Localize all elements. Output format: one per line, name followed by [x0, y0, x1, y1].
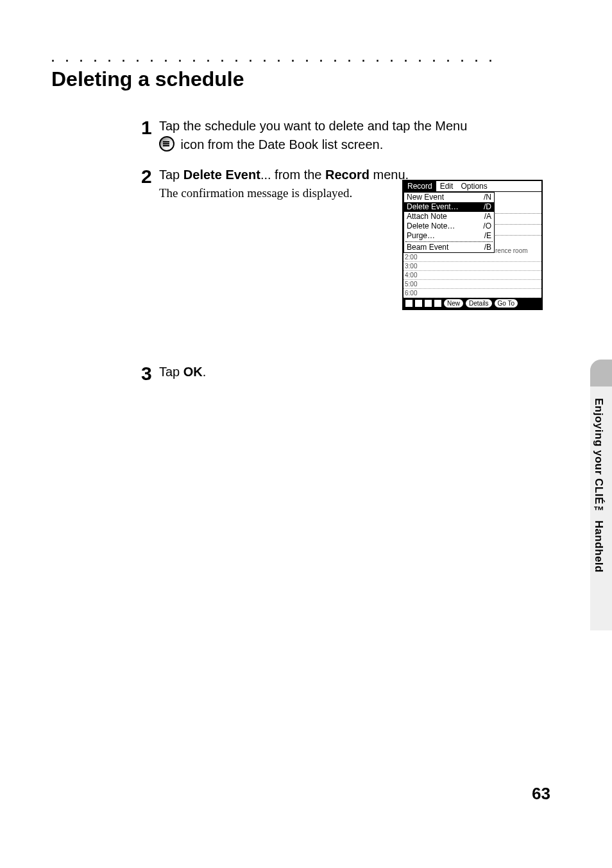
dd-shortcut: /D	[484, 202, 491, 212]
goto-button[interactable]: Go To	[495, 299, 518, 308]
dd-shortcut: /O	[483, 221, 491, 231]
t-bold: Record	[325, 168, 370, 182]
right-line	[495, 203, 541, 214]
menubar: Record Edit Options	[404, 181, 541, 192]
dd-purge[interactable]: Purge…/E	[404, 231, 494, 241]
t-bold: OK	[183, 365, 203, 379]
dd-label: Attach Note	[407, 212, 447, 221]
step-1-text-b: icon from the Date Book list screen.	[181, 137, 384, 152]
step-3: 3 Tap OK.	[141, 363, 561, 382]
right-pane: rence room	[494, 203, 541, 256]
chapter-tab: Enjoying your CLIÉ™ Handheld	[590, 360, 612, 642]
time-row: 3:00	[404, 262, 541, 271]
step-1: 1 Tap the schedule you want to delete an…	[141, 117, 561, 154]
t: Tap	[159, 365, 183, 379]
dd-shortcut: /B	[484, 243, 491, 252]
dot-rule: . . . . . . . . . . . . . . . . . . . . …	[51, 51, 500, 65]
view-day-icon[interactable]	[405, 300, 412, 307]
dd-label: Beam Event	[407, 243, 448, 252]
page-number: 63	[532, 784, 550, 804]
new-button[interactable]: New	[444, 299, 463, 308]
record-dropdown: New Event/N Delete Event…/D Attach Note/…	[404, 192, 495, 253]
time-row: 5:00	[404, 280, 541, 289]
palm-screenshot: Record Edit Options New Event/N Delete E…	[402, 180, 543, 310]
dd-delete-note[interactable]: Delete Note…/O	[404, 221, 494, 231]
dd-attach-note[interactable]: Attach Note/A	[404, 212, 494, 221]
tab-cap	[590, 360, 612, 386]
step-num: 1	[141, 118, 159, 137]
step-num: 3	[141, 364, 159, 383]
dd-label: Delete Event…	[407, 202, 459, 212]
dd-shortcut: /N	[484, 193, 491, 202]
step-num: 2	[141, 167, 159, 186]
t: Tap	[159, 168, 183, 182]
right-line	[495, 214, 541, 225]
right-line	[495, 225, 541, 236]
dd-separator	[405, 241, 493, 242]
dd-label: Purge…	[407, 231, 435, 241]
t: ... from the	[260, 168, 325, 182]
view-month-icon[interactable]	[425, 300, 432, 307]
page-heading: Deleting a schedule	[51, 67, 561, 91]
step-body: Tap the schedule you want to delete and …	[159, 117, 561, 154]
footer-bar: New Details Go To	[404, 298, 541, 309]
view-week-icon[interactable]	[415, 300, 422, 307]
time-lines: 2:00 3:00 4:00 5:00 6:00	[404, 253, 541, 298]
dd-shortcut: /A	[484, 212, 491, 221]
step-1-text-a: Tap the schedule you want to delete and …	[159, 119, 467, 133]
tab-record[interactable]: Record	[404, 181, 436, 191]
right-line	[495, 236, 541, 246]
step-body: Tap OK.	[159, 363, 561, 381]
dd-label: Delete Note…	[407, 221, 455, 231]
time-row: 4:00	[404, 271, 541, 280]
dd-label: New Event	[407, 193, 444, 202]
right-line: rence room	[495, 246, 541, 256]
t: .	[203, 365, 207, 379]
dd-beam-event[interactable]: Beam Event/B	[404, 243, 494, 252]
time-row: 6:00	[404, 289, 541, 298]
dd-delete-event[interactable]: Delete Event…/D	[404, 202, 494, 212]
t-bold: Delete Event	[183, 168, 260, 182]
tab-label: Enjoying your CLIÉ™ Handheld	[592, 398, 605, 573]
view-agenda-icon[interactable]	[434, 300, 441, 307]
tab-edit[interactable]: Edit	[436, 181, 457, 191]
dd-new-event[interactable]: New Event/N	[404, 193, 494, 202]
tab-options[interactable]: Options	[457, 181, 491, 191]
details-button[interactable]: Details	[466, 299, 492, 308]
menu-icon	[159, 136, 174, 152]
dd-shortcut: /E	[484, 231, 491, 241]
